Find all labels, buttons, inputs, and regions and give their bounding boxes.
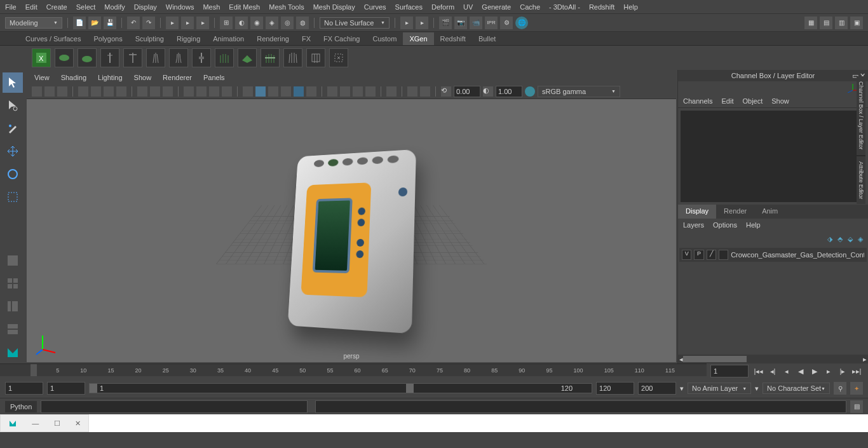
snap-curve-icon[interactable]: ◐ xyxy=(235,17,248,29)
vp-lock-camera-icon[interactable] xyxy=(44,86,55,97)
play-back-icon[interactable]: ◀ xyxy=(794,365,807,377)
script-editor-icon[interactable]: ▤ xyxy=(850,400,863,413)
vp-gamma-icon[interactable] xyxy=(407,86,417,97)
layer-color-swatch[interactable] xyxy=(719,250,728,260)
go-to-start-icon[interactable]: |◂◂ xyxy=(752,365,765,377)
hypershade-icon[interactable]: IPR xyxy=(485,17,498,29)
layer-scrollbar[interactable]: ◂ ▸ xyxy=(678,355,868,363)
range-handle-right[interactable] xyxy=(406,384,414,393)
layer-new-empty-icon[interactable]: ⬙ xyxy=(848,235,853,243)
shelf-tab-fx[interactable]: FX xyxy=(295,32,317,45)
snap-point-icon[interactable]: ◉ xyxy=(250,17,263,29)
xgen-noise-icon[interactable] xyxy=(169,48,188,67)
ipr-icon[interactable]: 📷 xyxy=(454,17,467,29)
shelf-tab-rendering[interactable]: Rendering xyxy=(250,32,295,45)
select-edge-icon[interactable]: ▸ xyxy=(181,17,194,29)
layers-menu-layers[interactable]: Layers xyxy=(683,221,704,229)
snap-plane-icon[interactable]: ◈ xyxy=(266,17,278,29)
time-cursor[interactable] xyxy=(31,364,37,376)
vp-contrast-icon[interactable]: ◐ xyxy=(483,86,493,97)
select-tool[interactable] xyxy=(3,72,23,93)
vp-isolate-icon[interactable] xyxy=(255,86,266,97)
scroll-thumb[interactable] xyxy=(683,356,747,362)
vp-2d-pan-icon[interactable] xyxy=(91,86,101,97)
paint-select-tool[interactable] xyxy=(3,118,23,139)
vp-menu-show[interactable]: Show xyxy=(134,74,152,81)
side-tab-channelbox[interactable]: Channel Box / Layer Editor xyxy=(857,76,865,155)
step-forward-key-icon[interactable]: |▸ xyxy=(836,365,849,377)
vp-image-plane-icon[interactable] xyxy=(78,86,88,97)
light-editor-icon[interactable]: ⚙ xyxy=(500,17,513,29)
menu-uv[interactable]: UV xyxy=(463,3,473,11)
layer-move-down-icon[interactable]: ⬘ xyxy=(837,235,843,243)
xgen-export-icon[interactable] xyxy=(329,48,348,67)
cb-menu-object[interactable]: Object xyxy=(742,97,763,105)
layout-single-icon[interactable] xyxy=(3,250,23,271)
step-back-key-icon[interactable]: ◂| xyxy=(766,365,779,377)
scroll-right-icon[interactable]: ▸ xyxy=(863,355,867,363)
render-view-icon[interactable]: 🎬 xyxy=(439,17,452,29)
taskbar-maya-button[interactable]: — ☐ ✕ xyxy=(0,414,89,432)
menu-help[interactable]: Help xyxy=(623,3,638,11)
xgen-clump-icon[interactable] xyxy=(146,48,165,67)
layer-tab-display[interactable]: Display xyxy=(678,205,716,219)
menu-select[interactable]: Select xyxy=(76,3,96,11)
vp-grid-icon[interactable] xyxy=(137,86,147,97)
play-forward-icon[interactable]: ▶ xyxy=(808,365,821,377)
workspace-mode-dropdown[interactable]: Modeling xyxy=(5,17,62,29)
vp-grease-pencil-icon[interactable] xyxy=(104,86,114,97)
construction-history-icon[interactable]: ▸ xyxy=(400,17,413,29)
vp-xray-joints-icon[interactable] xyxy=(281,86,291,97)
vp-lights-icon[interactable] xyxy=(222,86,232,97)
vp-menu-panels[interactable]: Panels xyxy=(203,74,225,81)
layer-playback-toggle[interactable]: P xyxy=(694,250,703,260)
menu-deform[interactable]: Deform xyxy=(431,3,454,11)
anim-end-input[interactable] xyxy=(638,382,676,395)
menu-file[interactable]: File xyxy=(5,3,17,11)
vp-textured-icon[interactable] xyxy=(209,86,219,97)
layout-stacked-icon[interactable] xyxy=(3,319,23,339)
render-icon[interactable]: ▸ xyxy=(416,17,428,29)
xgen-density-icon[interactable] xyxy=(215,48,234,67)
xgen-region-icon[interactable] xyxy=(306,48,325,67)
script-language-toggle[interactable]: Python xyxy=(5,401,37,412)
shelf-tab-curves[interactable]: Curves / Surfaces xyxy=(19,32,87,45)
menu-curves[interactable]: Curves xyxy=(364,3,386,11)
menu-windows[interactable]: Windows xyxy=(166,3,194,11)
menu-editmesh[interactable]: Edit Mesh xyxy=(229,3,260,11)
command-input[interactable] xyxy=(41,400,308,413)
prefs-icon[interactable]: ✦ xyxy=(850,382,863,395)
vp-reset-icon[interactable]: ⟲ xyxy=(441,86,451,97)
layer-tab-render[interactable]: Render xyxy=(716,205,754,219)
shelf-tab-bullet[interactable]: Bullet xyxy=(472,32,503,45)
live-surface-dropdown[interactable]: No Live Surface xyxy=(320,17,390,29)
anim-layer-chevron-icon[interactable]: ▾ xyxy=(755,384,759,393)
character-set-dropdown[interactable]: No Character Set xyxy=(763,383,830,394)
xgen-create-description-icon[interactable] xyxy=(55,48,74,67)
vp-select-camera-icon[interactable] xyxy=(32,86,42,97)
xgen-guide-tool-icon[interactable] xyxy=(123,48,142,67)
panel-layout-icon[interactable]: ▦ xyxy=(804,17,817,29)
maya-logo-icon[interactable] xyxy=(3,342,23,362)
menu-modify[interactable]: Modify xyxy=(104,3,125,11)
layers-menu-help[interactable]: Help xyxy=(746,221,761,229)
cb-menu-edit[interactable]: Edit xyxy=(721,97,733,105)
current-frame-input[interactable] xyxy=(710,365,749,377)
menu-redshift[interactable]: Redshift xyxy=(589,3,614,11)
menu-display[interactable]: Display xyxy=(134,3,157,11)
vp-color-mgmt-icon[interactable] xyxy=(420,86,430,97)
autokey-icon[interactable]: ⚲ xyxy=(834,382,846,395)
xgen-sphere-icon[interactable] xyxy=(78,48,97,67)
vp-menu-lighting[interactable]: Lighting xyxy=(98,74,123,81)
vp-view-transform-icon[interactable] xyxy=(525,86,535,97)
cb-menu-show[interactable]: Show xyxy=(771,97,789,105)
lasso-tool[interactable] xyxy=(3,95,23,116)
attr-editor-toggle-icon[interactable]: ▥ xyxy=(835,17,848,29)
anim-layer-dropdown[interactable]: No Anim Layer xyxy=(688,383,751,394)
layer-name[interactable]: Crowcon_Gasmaster_Gas_Detection_Contro xyxy=(731,251,864,259)
vp-dof-icon[interactable] xyxy=(340,86,350,97)
vp-shaded-icon[interactable] xyxy=(196,86,207,97)
select-face-icon[interactable]: ▸ xyxy=(196,17,209,29)
vp-gate-mask-icon[interactable] xyxy=(163,86,173,97)
layer-move-up-icon[interactable]: ⬗ xyxy=(827,235,832,243)
